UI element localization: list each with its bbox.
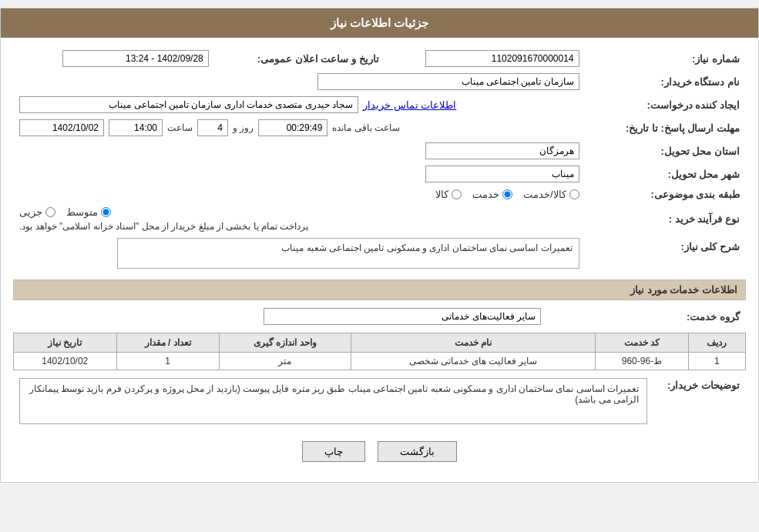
shomareNiaz-input[interactable] — [425, 50, 579, 67]
tabaqe-khidmat[interactable]: خدمت — [472, 189, 512, 200]
farayand-jozi[interactable]: جزیی — [19, 206, 55, 218]
farayand-jozi-radio[interactable] — [45, 207, 55, 217]
mande-label: ساعت باقی مانده — [332, 122, 400, 133]
tarikh-input[interactable] — [62, 50, 209, 67]
shahr-input[interactable] — [425, 166, 579, 182]
mande-input[interactable] — [258, 119, 327, 136]
tawzih-label: توضیحات خریدار: — [653, 375, 746, 433]
col-kod: کد خدمت — [596, 333, 688, 353]
shomareNiaz-label: شماره نیاز: — [586, 47, 746, 70]
services-table: ردیف کد خدمت نام خدمت واحد اندازه گیری ت… — [13, 333, 746, 370]
tabaqe-label: طبقه بندی موضوعی: — [586, 186, 746, 203]
col-vahed: واحد اندازه گیری — [219, 333, 351, 353]
grouh-label: گروه خدمت: — [547, 305, 746, 328]
farayand-motavasset[interactable]: متوسط — [66, 206, 111, 218]
sharh-box: تعمیرات اساسی نمای ساختمان اداری و مسکون… — [117, 238, 579, 269]
col-radif: ردیف — [688, 333, 745, 353]
namDastgah-label: نام دستگاه خریدار: — [586, 70, 746, 93]
col-tarikh: تاریخ نیاز — [14, 333, 117, 353]
noeFarayand-label: نوع فرآیند خرید : — [586, 203, 746, 235]
ijadKonande-input[interactable] — [19, 96, 358, 113]
tabaqe-khidmat-radio[interactable] — [502, 189, 512, 199]
roz-input[interactable] — [197, 119, 228, 136]
saat-input[interactable] — [109, 119, 163, 136]
date-input[interactable] — [19, 119, 104, 136]
ostan-label: استان محل تحویل: — [586, 139, 746, 162]
ostan-input[interactable] — [425, 142, 579, 159]
farayand-motavasset-radio[interactable] — [101, 207, 111, 217]
tawzih-box: تعمیرات اساسی نمای ساختمان اداری و مسکون… — [19, 378, 647, 424]
farayand-note: پرداخت تمام یا بخشی از مبلغ خریدار از مح… — [19, 221, 308, 232]
shahr-label: شهر محل تحویل: — [586, 162, 746, 186]
col-tedad: تعداد / مقدار — [116, 333, 219, 353]
roz-label: روز و — [233, 122, 254, 133]
bazgasht-button[interactable]: بازگشت — [378, 441, 457, 462]
mohlat-label: مهلت ارسال پاسخ: تا تاریخ: — [586, 116, 746, 139]
tarikh-label: تاریخ و ساعت اعلان عمومی: — [215, 47, 385, 70]
page-title: جزئیات اطلاعات نیاز — [1, 8, 758, 38]
saat-label: ساعت — [167, 122, 193, 133]
khadamat-section-header: اطلاعات خدمات مورد نیاز — [13, 279, 746, 300]
tabaqe-kala-khidmat-radio[interactable] — [569, 189, 579, 199]
tamase-khardar-link[interactable]: اطلاعات تماس خریدار — [363, 99, 456, 111]
tabaqe-kala-khidmat[interactable]: کالا/خدمت — [523, 189, 579, 200]
tabaqe-kala-radio[interactable] — [452, 189, 462, 199]
table-row: 1ط-96-960سایر فعالیت های خدماتی شخصیمتر1… — [14, 353, 746, 370]
buttons-row: بازگشت چاپ — [13, 441, 746, 462]
col-nam: نام خدمت — [351, 333, 596, 353]
chap-button[interactable]: چاپ — [302, 441, 365, 462]
sharh-label: شرح کلی نیاز: — [586, 235, 746, 272]
namDastgah-input[interactable] — [317, 73, 579, 90]
tabaqe-kala[interactable]: کالا — [435, 189, 462, 200]
ijadKonande-label: ایجاد کننده درخواست: — [586, 93, 746, 116]
grouh-input[interactable] — [264, 308, 541, 325]
